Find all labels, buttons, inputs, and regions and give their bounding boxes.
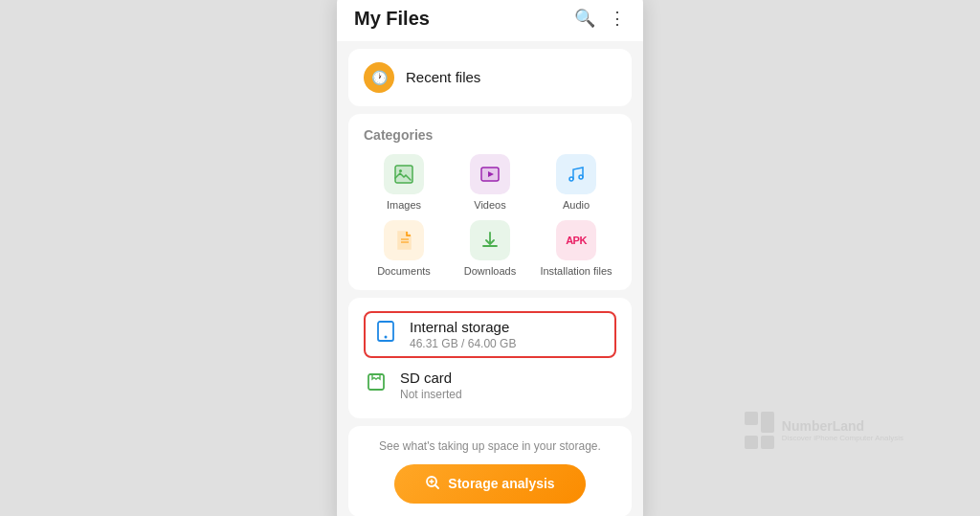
header-icons: 🔍 ⋮: [574, 8, 626, 29]
storage-card: Internal storage 46.31 GB / 64.00 GB SD …: [348, 298, 632, 418]
svg-rect-12: [368, 374, 384, 390]
storage-analysis-button[interactable]: Storage analysis: [394, 464, 585, 504]
audio-icon-box: [556, 154, 596, 194]
svg-point-7: [579, 175, 583, 179]
watermark-brand: NumberLand: [782, 418, 903, 434]
category-apk[interactable]: APK Installation files: [536, 220, 616, 277]
recent-files-row: 🕐 Recent files: [364, 62, 616, 93]
documents-icon-box: [384, 220, 424, 260]
app-header: My Files 🔍 ⋮: [337, 0, 643, 41]
apk-icon-box: APK: [556, 220, 596, 260]
downloads-icon-box: [470, 220, 510, 260]
apk-text: APK: [566, 235, 587, 246]
watermark: NumberLand Discover iPhone Computer Anal…: [745, 412, 903, 449]
internal-storage-detail: 46.31 GB / 64.00 GB: [410, 337, 516, 350]
downloads-label: Downloads: [464, 265, 516, 277]
sdcard-name: SD card: [400, 370, 462, 386]
storage-analysis-card: See what's taking up space in your stora…: [348, 426, 632, 517]
audio-label: Audio: [563, 199, 590, 211]
analysis-btn-icon: [425, 475, 440, 493]
internal-storage-icon: [373, 319, 398, 349]
internal-storage-info: Internal storage 46.31 GB / 64.00 GB: [410, 319, 516, 350]
category-downloads[interactable]: Downloads: [450, 220, 530, 277]
search-icon[interactable]: 🔍: [574, 8, 595, 29]
images-label: Images: [387, 199, 421, 211]
category-images[interactable]: Images: [364, 154, 444, 211]
storage-analysis-label: Storage analysis: [448, 476, 554, 491]
categories-title: Categories: [364, 127, 616, 143]
watermark-text-area: NumberLand Discover iPhone Computer Anal…: [782, 418, 903, 442]
sdcard-storage-item[interactable]: SD card Not inserted: [364, 366, 616, 405]
category-audio[interactable]: Audio: [536, 154, 616, 211]
watermark-logo-grid: [745, 412, 774, 449]
category-documents[interactable]: Documents: [364, 220, 444, 277]
watermark-sub: Discover iPhone Computer Analysis: [782, 434, 903, 442]
documents-label: Documents: [377, 265, 431, 277]
recent-files-label: Recent files: [406, 69, 480, 85]
content-area: 🕐 Recent files Categories Images: [337, 41, 643, 517]
storage-hint-text: See what's taking up space in your stora…: [379, 439, 601, 453]
svg-point-2: [399, 169, 402, 172]
videos-label: Videos: [474, 199, 505, 211]
recent-files-card[interactable]: 🕐 Recent files: [348, 49, 632, 106]
category-videos[interactable]: Videos: [450, 154, 530, 211]
phone-frame: My Files 🔍 ⋮ 🕐 Recent files Categories: [337, 0, 643, 516]
sdcard-icon: [364, 370, 389, 400]
categories-grid: Images Videos Audio: [364, 154, 616, 277]
app-title: My Files: [354, 8, 430, 30]
categories-card: Categories Images Videos: [348, 114, 632, 290]
internal-storage-name: Internal storage: [410, 319, 516, 335]
recent-files-icon: 🕐: [364, 62, 394, 93]
svg-point-11: [385, 336, 388, 339]
sdcard-storage-info: SD card Not inserted: [400, 370, 462, 401]
videos-icon-box: [470, 154, 510, 194]
apk-label: Installation files: [540, 265, 612, 277]
internal-storage-item[interactable]: Internal storage 46.31 GB / 64.00 GB: [364, 311, 616, 358]
svg-point-6: [569, 177, 573, 181]
sdcard-detail: Not inserted: [400, 388, 462, 401]
images-icon-box: [384, 154, 424, 194]
more-options-icon[interactable]: ⋮: [609, 8, 626, 29]
